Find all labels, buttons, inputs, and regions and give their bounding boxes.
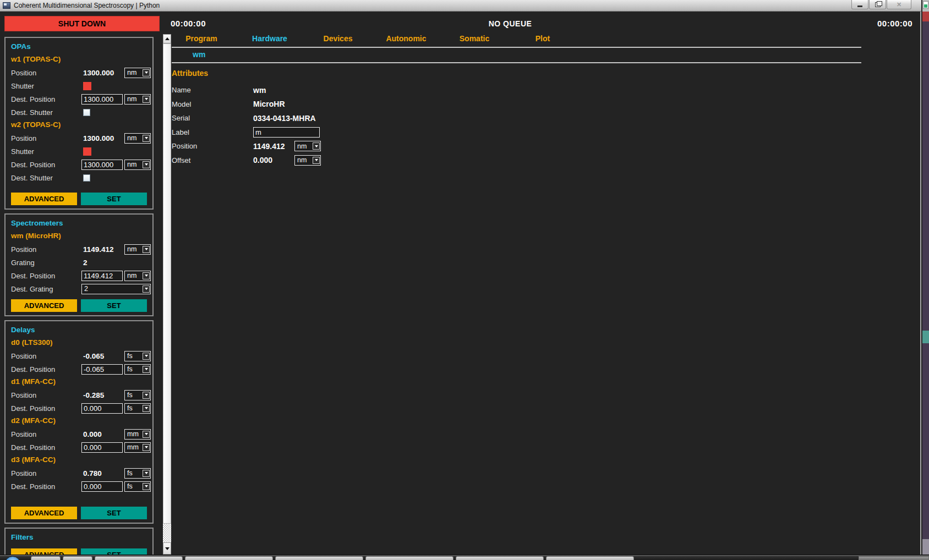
taskbar-button[interactable] <box>546 556 634 560</box>
field-label: Dest. Position <box>11 443 81 452</box>
unit-select[interactable]: nm <box>124 94 151 105</box>
tab-devices[interactable]: Devices <box>304 34 372 43</box>
unit-select[interactable]: fs <box>124 403 151 414</box>
field-label: Dest. Position <box>11 161 81 169</box>
taskbar-button[interactable] <box>63 556 92 560</box>
unit-select[interactable]: fs <box>124 468 151 479</box>
device-name: d0 (LTS300) <box>11 337 147 349</box>
taskbar-button[interactable] <box>185 556 273 560</box>
sidebar-scrollbar[interactable] <box>163 34 171 554</box>
field-row: Dest. Positionnm <box>11 92 147 106</box>
attribute-value: 1149.412 <box>253 142 294 151</box>
device-name: w1 (TOPAS-C) <box>11 53 147 66</box>
chevron-down-icon <box>143 483 150 490</box>
unit-select[interactable]: nm <box>124 244 151 255</box>
chevron-down-icon <box>143 366 150 373</box>
restore-button[interactable] <box>869 0 886 9</box>
grating-select-value: 2 <box>82 286 143 293</box>
advanced-button[interactable]: ADVANCED <box>11 193 77 205</box>
chevron-down-icon <box>143 353 150 360</box>
field-row: Position0.780fs <box>11 466 147 480</box>
field-row: Dest. Positionfs <box>11 363 147 376</box>
background-light-block <box>922 539 929 554</box>
field-label: Dest. Position <box>11 272 81 280</box>
scrollbar-track[interactable] <box>163 524 171 542</box>
unit-select[interactable]: fs <box>124 390 151 400</box>
attribute-label: Position <box>172 142 253 150</box>
section-spectrometers: Spectrometerswm (MicroHR)Position1149.41… <box>4 213 154 316</box>
section-heading: OPAs <box>11 41 147 53</box>
unit-select-value: nm <box>125 272 143 279</box>
unit-select[interactable]: mm <box>124 442 151 453</box>
attribute-value: 0334-0413-MHRA <box>253 114 861 123</box>
unit-select[interactable]: nm <box>124 271 151 281</box>
field-label: Position <box>11 245 81 254</box>
unit-select[interactable]: fs <box>124 364 151 375</box>
taskbar <box>0 554 929 560</box>
subtab-wm[interactable]: wm <box>193 50 205 59</box>
device-name: w2 (TOPAS-C) <box>11 119 147 131</box>
set-button[interactable]: SET <box>81 193 147 205</box>
tab-somatic[interactable]: Somatic <box>440 34 509 43</box>
field-label: Dest. Position <box>11 95 81 103</box>
tab-plot[interactable]: Plot <box>509 34 577 43</box>
shutter-indicator <box>83 82 91 90</box>
chevron-down-icon <box>143 246 150 253</box>
taskbar-button[interactable] <box>365 556 453 560</box>
app-window: SHUT DOWN 00:00:00 NO QUEUE 00:00:00 Pro… <box>0 12 921 560</box>
unit-select[interactable]: mm <box>124 429 151 440</box>
field-input[interactable] <box>81 403 123 414</box>
checkbox[interactable] <box>83 109 90 116</box>
start-orb-icon[interactable] <box>4 556 21 560</box>
chevron-down-icon <box>143 69 150 76</box>
chevron-down-icon <box>143 431 150 438</box>
taskbar-button[interactable] <box>31 556 61 560</box>
tab-autonomic[interactable]: Autonomic <box>372 34 440 43</box>
unit-select[interactable]: nm <box>124 160 151 170</box>
shutdown-button[interactable]: SHUT DOWN <box>4 16 160 31</box>
section-opas: OPAsw1 (TOPAS-C)Position1300.000nmShutte… <box>4 37 154 210</box>
unit-select[interactable]: nm <box>124 133 151 144</box>
unit-select[interactable]: fs <box>124 481 151 492</box>
chevron-down-icon <box>143 405 150 412</box>
scrollbar-thumb[interactable] <box>163 43 171 524</box>
label-input[interactable] <box>253 127 320 138</box>
set-button[interactable]: SET <box>81 299 147 312</box>
field-row: Dest. Positionmm <box>11 441 147 454</box>
field-row: Dest. Grating2 <box>11 282 147 295</box>
field-input[interactable] <box>81 160 123 170</box>
field-row: Position1300.000nm <box>11 66 147 79</box>
taskbar-button[interactable] <box>95 556 183 560</box>
checkbox[interactable] <box>83 174 90 182</box>
minimize-button[interactable] <box>851 0 868 9</box>
attributes-panel: Attributes NamewmModelMicroHRSerial0334-… <box>172 64 861 167</box>
unit-select[interactable]: fs <box>124 351 151 361</box>
field-input[interactable] <box>81 94 123 105</box>
taskbar-button[interactable] <box>275 556 363 560</box>
tab-hardware[interactable]: Hardware <box>236 34 304 43</box>
grating-select[interactable]: 2 <box>81 284 151 294</box>
field-row: Dest. Positionfs <box>11 480 147 493</box>
chevron-down-icon <box>143 392 150 399</box>
attribute-value: MicroHR <box>253 100 861 108</box>
field-input[interactable] <box>81 271 123 281</box>
advanced-button[interactable]: ADVANCED <box>11 299 77 312</box>
field-input[interactable] <box>81 442 123 453</box>
background-teal-block <box>922 331 929 343</box>
unit-select[interactable]: nm <box>124 68 151 78</box>
taskbar-button[interactable] <box>456 556 544 560</box>
field-row: Position0.000mm <box>11 427 147 441</box>
attribute-value: 0.000 <box>253 156 294 164</box>
unit-select[interactable]: nm <box>294 155 321 166</box>
field-input[interactable] <box>81 481 123 492</box>
background-app-icon <box>923 1 928 9</box>
set-button[interactable]: SET <box>81 507 147 519</box>
field-input[interactable] <box>81 364 123 375</box>
scroll-up-button[interactable] <box>163 34 171 43</box>
scroll-down-button[interactable] <box>163 542 171 554</box>
advanced-button[interactable]: ADVANCED <box>11 507 77 519</box>
close-button[interactable]: ✕ <box>887 0 911 9</box>
tab-program[interactable]: Program <box>167 34 236 43</box>
field-label: Position <box>11 469 81 477</box>
unit-select[interactable]: nm <box>294 141 321 151</box>
